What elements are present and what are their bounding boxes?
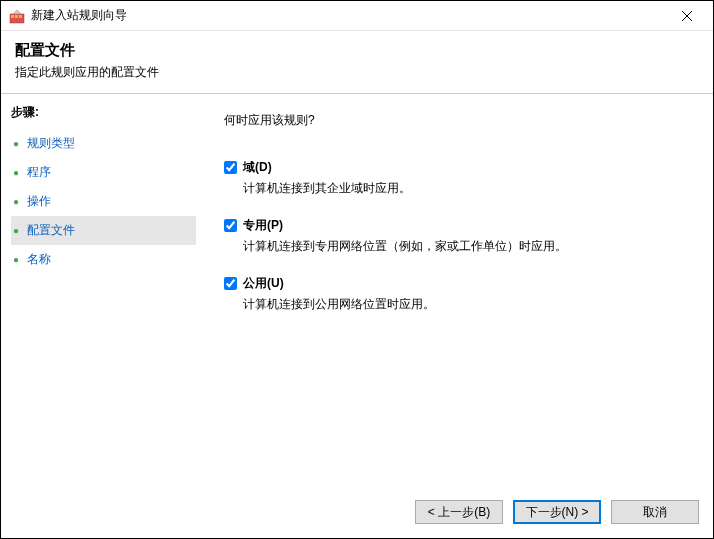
checkbox-desc: 计算机连接到其企业域时应用。 xyxy=(243,180,689,197)
step-action[interactable]: ● 操作 xyxy=(11,187,196,216)
bullet-icon: ● xyxy=(13,196,27,207)
steps-sidebar: 步骤: ● 规则类型 ● 程序 ● 操作 ● 配置文件 ● 名称 xyxy=(1,94,196,490)
bullet-icon: ● xyxy=(13,167,27,178)
svg-rect-1 xyxy=(11,15,14,18)
svg-rect-3 xyxy=(19,15,22,18)
checkbox-desc: 计算机连接到专用网络位置（例如，家或工作单位）时应用。 xyxy=(243,238,689,255)
step-rule-type[interactable]: ● 规则类型 xyxy=(11,129,196,158)
close-button[interactable] xyxy=(665,2,709,30)
checkbox-desc: 计算机连接到公用网络位置时应用。 xyxy=(243,296,689,313)
checkbox-label: 域(D) xyxy=(243,159,272,176)
checkbox-line[interactable]: 公用(U) xyxy=(224,275,689,292)
next-button[interactable]: 下一步(N) > xyxy=(513,500,601,524)
checkbox-label: 专用(P) xyxy=(243,217,283,234)
bullet-icon: ● xyxy=(13,138,27,149)
app-icon xyxy=(9,8,25,24)
checkbox-private[interactable] xyxy=(224,219,237,232)
window-title: 新建入站规则向导 xyxy=(31,7,665,24)
wizard-body: 步骤: ● 规则类型 ● 程序 ● 操作 ● 配置文件 ● 名称 xyxy=(1,94,713,490)
content-question: 何时应用该规则? xyxy=(224,112,689,129)
step-label: 名称 xyxy=(27,251,51,268)
svg-rect-2 xyxy=(15,15,18,18)
cancel-button[interactable]: 取消 xyxy=(611,500,699,524)
step-program[interactable]: ● 程序 xyxy=(11,158,196,187)
step-name[interactable]: ● 名称 xyxy=(11,245,196,274)
step-profile[interactable]: ● 配置文件 xyxy=(11,216,196,245)
step-label: 操作 xyxy=(27,193,51,210)
bullet-icon: ● xyxy=(13,254,27,265)
checkbox-public[interactable] xyxy=(224,277,237,290)
checkbox-row-private: 专用(P) 计算机连接到专用网络位置（例如，家或工作单位）时应用。 xyxy=(224,217,689,255)
wizard-footer: < 上一步(B) 下一步(N) > 取消 xyxy=(1,490,713,538)
checkbox-line[interactable]: 域(D) xyxy=(224,159,689,176)
page-subheading: 指定此规则应用的配置文件 xyxy=(15,64,699,81)
checkbox-line[interactable]: 专用(P) xyxy=(224,217,689,234)
steps-title: 步骤: xyxy=(11,104,196,121)
bullet-icon: ● xyxy=(13,225,27,236)
page-heading: 配置文件 xyxy=(15,41,699,60)
back-button[interactable]: < 上一步(B) xyxy=(415,500,503,524)
checkbox-row-public: 公用(U) 计算机连接到公用网络位置时应用。 xyxy=(224,275,689,313)
checkbox-label: 公用(U) xyxy=(243,275,284,292)
titlebar: 新建入站规则向导 xyxy=(1,1,713,31)
wizard-window: 新建入站规则向导 配置文件 指定此规则应用的配置文件 步骤: ● 规则类型 ● … xyxy=(0,0,714,539)
step-label: 配置文件 xyxy=(27,222,75,239)
checkbox-domain[interactable] xyxy=(224,161,237,174)
checkbox-row-domain: 域(D) 计算机连接到其企业域时应用。 xyxy=(224,159,689,197)
wizard-header: 配置文件 指定此规则应用的配置文件 xyxy=(1,31,713,93)
step-label: 规则类型 xyxy=(27,135,75,152)
wizard-content: 何时应用该规则? 域(D) 计算机连接到其企业域时应用。 专用(P) 计算机连接… xyxy=(196,94,713,490)
step-label: 程序 xyxy=(27,164,51,181)
